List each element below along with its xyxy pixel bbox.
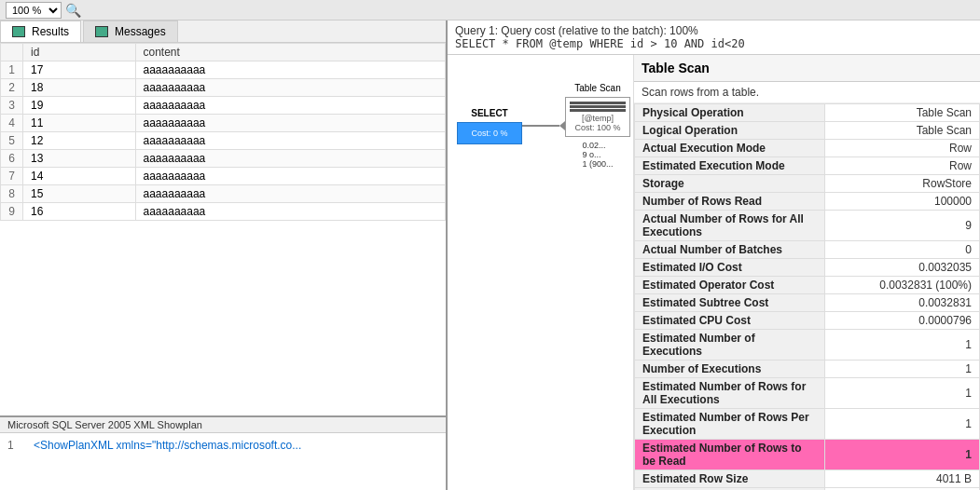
prop-name: Number of Executions [635, 361, 825, 378]
prop-value: 0.0032035 [824, 259, 980, 277]
prop-value: 0.0000796 [824, 312, 980, 330]
cell-content: aaaaaaaaaa [135, 61, 445, 79]
prop-row: Actual Execution Mode Row [635, 140, 980, 157]
cell-content: aaaaaaaaaa [135, 203, 445, 221]
table-scan-label: Table Scan [574, 83, 620, 93]
zoom-select[interactable]: 100 % 75 % 50 % 125 % [6, 2, 62, 19]
prop-name: Estimated Subtree Cost [635, 294, 825, 312]
prop-name: Estimated Number of Rows Per Execution [635, 409, 825, 440]
prop-row: Physical Operation Table Scan [635, 104, 980, 122]
table-scan-box[interactable]: [@temp] Cost: 100 % [565, 97, 630, 137]
col-header-rownum [1, 44, 23, 61]
prop-row: Number of Rows Read 100000 [635, 193, 980, 211]
messages-header: Microsoft SQL Server 2005 XML Showplan [0, 417, 446, 433]
prop-name: Physical Operation [635, 104, 825, 122]
prop-name: Actual Number of Rows for All Executions [635, 211, 825, 241]
row-num: 7 [1, 168, 23, 185]
properties-panel: Table Scan Scan rows from a table. Physi… [634, 55, 980, 490]
table-scan-node[interactable]: Table Scan [@temp] Cost: 100 % 0.02... [565, 83, 630, 169]
zoom-icon[interactable]: 🔍 [65, 3, 81, 18]
prop-name: Estimated Execution Mode [635, 157, 825, 175]
results-table-container: id content 1 17 aaaaaaaaaa 2 18 aaaaaaaa… [0, 43, 446, 415]
cell-id: 19 [23, 97, 136, 115]
prop-name: Storage [635, 175, 825, 193]
cell-content: aaaaaaaaaa [135, 168, 445, 185]
tab-messages[interactable]: Messages [83, 20, 178, 42]
prop-row: Actual Number of Rows for All Executions… [635, 211, 980, 241]
prop-value: 100000 [824, 193, 980, 211]
cell-id: 17 [23, 61, 136, 79]
prop-value: 1 [824, 409, 980, 440]
table-row: 1 17 aaaaaaaaaa [1, 61, 446, 79]
prop-name: Number of Rows Read [635, 193, 825, 211]
cell-id: 14 [23, 168, 136, 185]
table-row: 7 14 aaaaaaaaaa [1, 168, 446, 185]
cell-id: 11 [23, 115, 136, 132]
prop-row: Storage RowStore [635, 175, 980, 193]
ts-detail-3: 1 (900... [582, 159, 613, 169]
prop-value: RowStore [824, 175, 980, 193]
prop-value: Table Scan [824, 122, 980, 140]
prop-row: Estimated I/O Cost 0.0032035 [635, 259, 980, 277]
table-row: 4 11 aaaaaaaaaa [1, 115, 446, 132]
query-cost-label: Query 1: Query cost (relative to the bat… [455, 24, 973, 37]
prop-row: Actual Number of Batches 0 [635, 241, 980, 259]
row-num: 8 [1, 185, 23, 203]
prop-value: 1 [824, 361, 980, 378]
query-header: Query 1: Query cost (relative to the bat… [448, 20, 980, 55]
prop-row: Estimated Number of Rows to be Read 1 [635, 440, 980, 470]
ts-detail-2: 9 o... [582, 150, 613, 159]
prop-value: Row [824, 140, 980, 157]
connector-line [522, 125, 559, 127]
table-scan-cost: Cost: 100 % [570, 123, 626, 132]
table-row: 9 16 aaaaaaaaaa [1, 203, 446, 221]
prop-value: Row [824, 157, 980, 175]
select-node[interactable]: SELECT Cost: 0 % [457, 108, 522, 144]
ts-detail-1: 0.02... [582, 141, 613, 150]
messages-row: 1 <ShowPlanXML xmlns="http://schemas.mic… [7, 437, 438, 454]
prop-table: Physical Operation Table Scan Logical Op… [634, 103, 980, 490]
select-box[interactable]: Cost: 0 % [457, 122, 522, 144]
showplan-link[interactable]: <ShowPlanXML xmlns="http://schemas.micro… [34, 439, 301, 452]
results-tab-icon [12, 26, 25, 37]
cell-id: 18 [23, 79, 136, 97]
prop-name: Estimated CPU Cost [635, 312, 825, 330]
row-num: 1 [1, 61, 23, 79]
table-row: 6 13 aaaaaaaaaa [1, 150, 446, 168]
left-panel: Results Messages id content 1 17 aaaaaaa… [0, 20, 448, 490]
row-num: 6 [1, 150, 23, 168]
cell-content: aaaaaaaaaa [135, 97, 445, 115]
prop-name: Logical Operation [635, 122, 825, 140]
prop-name: Actual Execution Mode [635, 140, 825, 157]
table-row: 3 19 aaaaaaaaaa [1, 97, 446, 115]
right-panel: Query 1: Query cost (relative to the bat… [448, 20, 980, 490]
cell-content: aaaaaaaaaa [135, 132, 445, 150]
select-cost: Cost: 0 % [465, 129, 514, 138]
prop-row: Estimated Row Size 4011 B [635, 470, 980, 488]
plan-connector [522, 121, 565, 130]
prop-value: 1 [824, 378, 980, 409]
messages-tab-icon [95, 26, 108, 37]
table-row: 8 15 aaaaaaaaaa [1, 185, 446, 203]
prop-row: Logical Operation Table Scan [635, 122, 980, 140]
prop-value: 0.0032831 (100%) [824, 277, 980, 294]
prop-value: 4011 B [824, 470, 980, 488]
table-row: 5 12 aaaaaaaaaa [1, 132, 446, 150]
messages-row-num: 1 [7, 439, 26, 452]
prop-name: Estimated Row Size [635, 470, 825, 488]
prop-name: Estimated Operator Cost [635, 277, 825, 294]
table-scan-details: 0.02... 9 o... 1 (900... [582, 141, 613, 169]
tab-results[interactable]: Results [0, 20, 81, 42]
messages-section: Microsoft SQL Server 2005 XML Showplan 1… [0, 415, 446, 490]
results-table: id content 1 17 aaaaaaaaaa 2 18 aaaaaaaa… [0, 43, 446, 221]
messages-title: Microsoft SQL Server 2005 XML Showplan [7, 419, 202, 430]
cell-id: 16 [23, 203, 136, 221]
table-scan-sublabel: [@temp] [570, 114, 626, 123]
prop-name: Estimated Number of Executions [635, 330, 825, 361]
messages-content: 1 <ShowPlanXML xmlns="http://schemas.mic… [0, 433, 446, 457]
prop-value: 1 [824, 440, 980, 470]
prop-name: Actual Number of Batches [635, 241, 825, 259]
row-num: 5 [1, 132, 23, 150]
prop-value: 0 [824, 241, 980, 259]
col-header-id: id [23, 44, 136, 61]
